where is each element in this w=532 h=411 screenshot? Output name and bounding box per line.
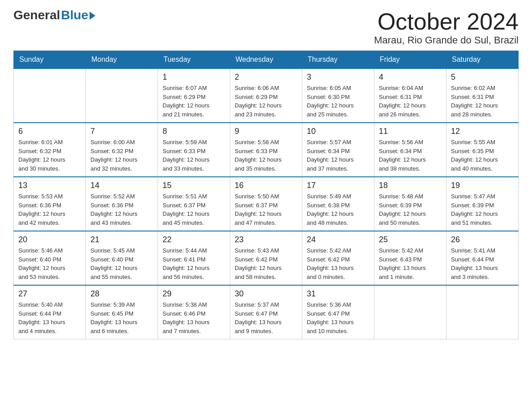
day-number: 8 (163, 127, 225, 136)
day-number: 10 (307, 127, 369, 136)
location-title: Marau, Rio Grande do Sul, Brazil (374, 34, 519, 46)
day-number: 26 (451, 235, 514, 244)
day-info: Sunrise: 5:43 AM Sunset: 6:42 PM Dayligh… (235, 246, 297, 281)
calendar-table: SundayMondayTuesdayWednesdayThursdayFrid… (13, 51, 519, 339)
day-info: Sunrise: 6:05 AM Sunset: 6:30 PM Dayligh… (307, 84, 369, 119)
calendar-week-row: 13Sunrise: 5:53 AM Sunset: 6:36 PM Dayli… (14, 177, 519, 231)
calendar-cell: 25Sunrise: 5:42 AM Sunset: 6:43 PM Dayli… (374, 231, 446, 285)
day-info: Sunrise: 5:49 AM Sunset: 6:38 PM Dayligh… (307, 192, 369, 227)
day-number: 21 (90, 235, 153, 244)
calendar-week-row: 27Sunrise: 5:40 AM Sunset: 6:44 PM Dayli… (14, 285, 519, 339)
day-number: 7 (90, 127, 153, 136)
calendar-cell: 18Sunrise: 5:48 AM Sunset: 6:39 PM Dayli… (374, 177, 446, 231)
calendar-cell: 4Sunrise: 6:04 AM Sunset: 6:31 PM Daylig… (374, 68, 446, 123)
calendar-week-row: 1Sunrise: 6:07 AM Sunset: 6:29 PM Daylig… (14, 68, 519, 123)
calendar-cell (374, 285, 446, 339)
title-area: October 2024 Marau, Rio Grande do Sul, B… (374, 9, 519, 46)
calendar-cell: 11Sunrise: 5:56 AM Sunset: 6:34 PM Dayli… (374, 123, 446, 177)
day-info: Sunrise: 5:42 AM Sunset: 6:43 PM Dayligh… (379, 246, 442, 281)
day-info: Sunrise: 6:01 AM Sunset: 6:32 PM Dayligh… (18, 138, 81, 173)
day-number: 18 (379, 181, 442, 190)
day-number: 4 (379, 73, 442, 82)
calendar-cell: 1Sunrise: 6:07 AM Sunset: 6:29 PM Daylig… (158, 68, 230, 123)
calendar-cell: 31Sunrise: 5:36 AM Sunset: 6:47 PM Dayli… (302, 285, 374, 339)
calendar-cell (14, 68, 86, 123)
calendar-cell: 23Sunrise: 5:43 AM Sunset: 6:42 PM Dayli… (230, 231, 302, 285)
day-number: 13 (18, 181, 81, 190)
day-info: Sunrise: 5:58 AM Sunset: 6:33 PM Dayligh… (235, 138, 297, 173)
logo: General Blue (13, 9, 95, 21)
calendar-cell: 20Sunrise: 5:46 AM Sunset: 6:40 PM Dayli… (14, 231, 86, 285)
day-info: Sunrise: 5:41 AM Sunset: 6:44 PM Dayligh… (451, 246, 514, 281)
calendar-cell: 27Sunrise: 5:40 AM Sunset: 6:44 PM Dayli… (14, 285, 86, 339)
calendar-cell: 22Sunrise: 5:44 AM Sunset: 6:41 PM Dayli… (158, 231, 230, 285)
day-number: 3 (307, 73, 369, 82)
day-number: 31 (307, 289, 369, 299)
day-info: Sunrise: 5:40 AM Sunset: 6:44 PM Dayligh… (18, 300, 81, 335)
day-info: Sunrise: 6:04 AM Sunset: 6:31 PM Dayligh… (379, 84, 442, 119)
weekday-header-tuesday: Tuesday (158, 51, 230, 69)
calendar-cell: 12Sunrise: 5:55 AM Sunset: 6:35 PM Dayli… (446, 123, 519, 177)
day-number: 15 (163, 181, 225, 190)
day-number: 5 (451, 73, 514, 82)
day-number: 29 (163, 289, 225, 299)
calendar-cell: 30Sunrise: 5:37 AM Sunset: 6:47 PM Dayli… (230, 285, 302, 339)
calendar-week-row: 20Sunrise: 5:46 AM Sunset: 6:40 PM Dayli… (14, 231, 519, 285)
calendar-cell: 13Sunrise: 5:53 AM Sunset: 6:36 PM Dayli… (14, 177, 86, 231)
day-info: Sunrise: 6:06 AM Sunset: 6:29 PM Dayligh… (235, 84, 297, 119)
day-number: 6 (18, 127, 81, 136)
day-number: 30 (235, 289, 297, 299)
day-number: 22 (163, 235, 225, 244)
calendar-cell: 3Sunrise: 6:05 AM Sunset: 6:30 PM Daylig… (302, 68, 374, 123)
day-info: Sunrise: 5:42 AM Sunset: 6:42 PM Dayligh… (307, 246, 369, 281)
calendar-cell: 19Sunrise: 5:47 AM Sunset: 6:39 PM Dayli… (446, 177, 519, 231)
day-number: 12 (451, 127, 514, 136)
weekday-header-friday: Friday (374, 51, 446, 69)
calendar-cell: 15Sunrise: 5:51 AM Sunset: 6:37 PM Dayli… (158, 177, 230, 231)
header: General Blue October 2024 Marau, Rio Gra… (13, 9, 519, 46)
logo-blue-text: Blue (61, 9, 88, 21)
logo-general-text: General (13, 9, 60, 21)
month-title: October 2024 (374, 9, 519, 34)
weekday-header-row: SundayMondayTuesdayWednesdayThursdayFrid… (14, 51, 519, 69)
day-number: 27 (18, 289, 81, 299)
calendar-cell: 28Sunrise: 5:39 AM Sunset: 6:45 PM Dayli… (86, 285, 158, 339)
calendar-cell: 24Sunrise: 5:42 AM Sunset: 6:42 PM Dayli… (302, 231, 374, 285)
calendar-cell (446, 285, 519, 339)
day-number: 2 (235, 73, 297, 82)
day-info: Sunrise: 5:47 AM Sunset: 6:39 PM Dayligh… (451, 192, 514, 227)
day-info: Sunrise: 5:57 AM Sunset: 6:34 PM Dayligh… (307, 138, 369, 173)
day-number: 1 (163, 73, 225, 82)
day-info: Sunrise: 5:44 AM Sunset: 6:41 PM Dayligh… (163, 246, 225, 281)
day-number: 28 (90, 289, 153, 299)
calendar-cell: 10Sunrise: 5:57 AM Sunset: 6:34 PM Dayli… (302, 123, 374, 177)
day-number: 20 (18, 235, 81, 244)
day-info: Sunrise: 6:00 AM Sunset: 6:32 PM Dayligh… (90, 138, 153, 173)
weekday-header-monday: Monday (86, 51, 158, 69)
day-info: Sunrise: 5:48 AM Sunset: 6:39 PM Dayligh… (379, 192, 442, 227)
day-number: 23 (235, 235, 297, 244)
day-number: 14 (90, 181, 153, 190)
weekday-header-sunday: Sunday (14, 51, 86, 69)
day-info: Sunrise: 5:51 AM Sunset: 6:37 PM Dayligh… (163, 192, 225, 227)
day-number: 19 (451, 181, 514, 190)
calendar-cell: 2Sunrise: 6:06 AM Sunset: 6:29 PM Daylig… (230, 68, 302, 123)
day-info: Sunrise: 5:53 AM Sunset: 6:36 PM Dayligh… (18, 192, 81, 227)
day-info: Sunrise: 5:55 AM Sunset: 6:35 PM Dayligh… (451, 138, 514, 173)
day-info: Sunrise: 5:36 AM Sunset: 6:47 PM Dayligh… (307, 300, 369, 335)
calendar-cell: 21Sunrise: 5:45 AM Sunset: 6:40 PM Dayli… (86, 231, 158, 285)
calendar-cell: 14Sunrise: 5:52 AM Sunset: 6:36 PM Dayli… (86, 177, 158, 231)
day-info: Sunrise: 6:02 AM Sunset: 6:31 PM Dayligh… (451, 84, 514, 119)
calendar-cell: 29Sunrise: 5:38 AM Sunset: 6:46 PM Dayli… (158, 285, 230, 339)
calendar-cell: 7Sunrise: 6:00 AM Sunset: 6:32 PM Daylig… (86, 123, 158, 177)
calendar-cell: 6Sunrise: 6:01 AM Sunset: 6:32 PM Daylig… (14, 123, 86, 177)
day-number: 16 (235, 181, 297, 190)
day-info: Sunrise: 5:52 AM Sunset: 6:36 PM Dayligh… (90, 192, 153, 227)
day-number: 25 (379, 235, 442, 244)
day-info: Sunrise: 5:37 AM Sunset: 6:47 PM Dayligh… (235, 300, 297, 335)
calendar-week-row: 6Sunrise: 6:01 AM Sunset: 6:32 PM Daylig… (14, 123, 519, 177)
day-info: Sunrise: 5:56 AM Sunset: 6:34 PM Dayligh… (379, 138, 442, 173)
day-info: Sunrise: 5:38 AM Sunset: 6:46 PM Dayligh… (163, 300, 225, 335)
weekday-header-thursday: Thursday (302, 51, 374, 69)
logo-blue-part: Blue (61, 9, 95, 21)
